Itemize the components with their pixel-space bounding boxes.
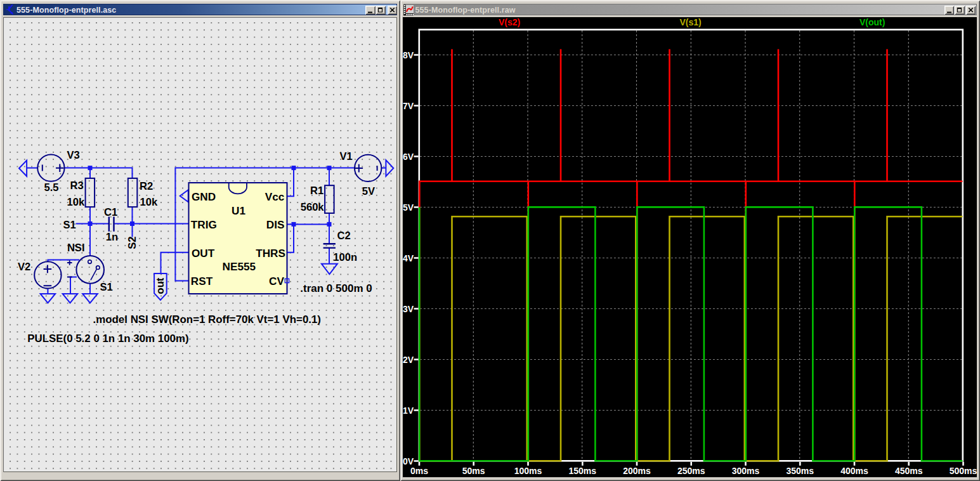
- svg-text:V(s2): V(s2): [499, 17, 520, 27]
- svg-text:50ms: 50ms: [462, 466, 485, 476]
- svg-text:S2: S2: [126, 237, 138, 249]
- svg-text:V(s1): V(s1): [679, 17, 701, 27]
- svg-text:NE555: NE555: [223, 260, 256, 273]
- svg-text:8V: 8V: [403, 50, 414, 60]
- svg-text:560k: 560k: [301, 201, 325, 213]
- svg-text:3V: 3V: [403, 304, 414, 314]
- svg-text:PULSE(0 5.2 0 1n 1n 30m 100m): PULSE(0 5.2 0 1n 1n 30m 100m): [27, 333, 188, 345]
- svg-text:Vcc: Vcc: [265, 190, 285, 203]
- svg-text:150ms: 150ms: [568, 466, 596, 476]
- svg-text:V(out): V(out): [859, 17, 884, 27]
- svg-text:5V: 5V: [403, 202, 414, 213]
- svg-text:5.5: 5.5: [44, 181, 59, 194]
- svg-text:THRS: THRS: [256, 247, 285, 260]
- svg-text:R3: R3: [70, 180, 84, 192]
- svg-text:350ms: 350ms: [786, 466, 814, 476]
- svg-text:RST: RST: [191, 275, 213, 287]
- svg-text:2V: 2V: [403, 355, 414, 365]
- svg-text:1V: 1V: [403, 405, 414, 416]
- svg-text:10k: 10k: [140, 196, 158, 208]
- svg-text:200ms: 200ms: [623, 466, 651, 476]
- svg-text:0ms: 0ms: [410, 466, 428, 476]
- svg-text:V1: V1: [340, 150, 353, 162]
- svg-text:C2: C2: [337, 230, 351, 242]
- svg-text:NSI: NSI: [67, 242, 85, 254]
- svg-text:5V: 5V: [362, 185, 375, 197]
- svg-text:S1: S1: [100, 281, 113, 293]
- svg-text:DIS: DIS: [266, 218, 285, 231]
- svg-text:450ms: 450ms: [894, 466, 922, 476]
- svg-text:100n: 100n: [333, 251, 357, 263]
- svg-text:1n: 1n: [106, 231, 118, 243]
- svg-text:500ms: 500ms: [949, 466, 976, 476]
- svg-text:R1: R1: [310, 185, 323, 197]
- svg-text:0V: 0V: [403, 456, 414, 466]
- svg-text:6V: 6V: [403, 152, 414, 162]
- svg-text:300ms: 300ms: [731, 466, 759, 476]
- svg-text:.model NSI SW(Ron=1 Roff=70k V: .model NSI SW(Ron=1 Roff=70k Vt=1 Vh=0.1…: [93, 313, 322, 326]
- svg-text:R2: R2: [140, 180, 153, 192]
- svg-text:CV: CV: [269, 275, 284, 287]
- svg-text:C1: C1: [104, 206, 117, 218]
- svg-text:400ms: 400ms: [840, 466, 868, 476]
- svg-text:250ms: 250ms: [677, 466, 705, 476]
- svg-text:U1: U1: [232, 204, 245, 217]
- svg-text:.tran 0 500m 0: .tran 0 500m 0: [300, 282, 372, 294]
- svg-text:TRIG: TRIG: [191, 218, 217, 231]
- svg-text:7V: 7V: [403, 101, 414, 111]
- svg-text:out: out: [154, 277, 166, 294]
- svg-text:GND: GND: [192, 190, 216, 203]
- svg-text:10k: 10k: [67, 196, 85, 208]
- svg-text:OUT: OUT: [192, 247, 215, 260]
- svg-text:V3: V3: [67, 149, 80, 161]
- svg-text:4V: 4V: [403, 253, 414, 263]
- svg-text:V2: V2: [18, 261, 30, 273]
- svg-text:S1: S1: [63, 219, 76, 231]
- svg-text:100ms: 100ms: [514, 466, 542, 476]
